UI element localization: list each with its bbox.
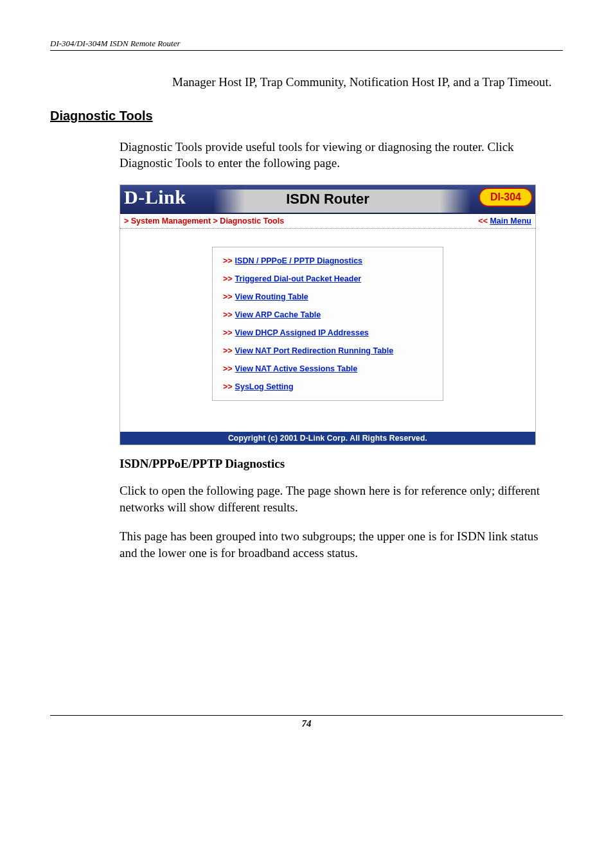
running-header: DI-304/DI-304M ISDN Remote Router: [50, 39, 563, 50]
breadcrumb: > System Management > Diagnostic Tools: [124, 217, 284, 226]
menu-item-arp-cache[interactable]: >>View ARP Cache Table: [223, 310, 432, 319]
page-number: 74: [50, 718, 563, 729]
subheading: ISDN/PPPoE/PPTP Diagnostics: [120, 457, 563, 471]
router-header: D-Link ISDN Router DI-304: [120, 185, 535, 214]
chevron-right-icon: >>: [223, 364, 233, 373]
menu-item-dhcp-addresses[interactable]: >>View DHCP Assigned IP Addresses: [223, 328, 432, 337]
menu-link[interactable]: View DHCP Assigned IP Addresses: [235, 328, 369, 337]
chevron-right-icon: >>: [223, 274, 233, 283]
body-paragraph-2: Click to open the following page. The pa…: [120, 483, 556, 515]
menu-link[interactable]: SysLog Setting: [235, 382, 294, 391]
router-title: ISDN Router: [120, 191, 535, 208]
menu-item-routing-table[interactable]: >>View Routing Table: [223, 292, 432, 301]
chevron-right-icon: >>: [223, 328, 233, 337]
menu-item-isdn-diagnostics[interactable]: >>ISDN / PPPoE / PPTP Diagnostics: [223, 256, 432, 265]
menu-link[interactable]: View Routing Table: [235, 292, 308, 301]
menu-link[interactable]: View ARP Cache Table: [235, 310, 321, 319]
section-heading: Diagnostic Tools: [50, 109, 563, 123]
main-menu-link-wrap[interactable]: << Main Menu: [478, 217, 531, 226]
chevron-right-icon: >>: [223, 382, 233, 391]
menu-item-triggered-dialout[interactable]: >>Triggered Dial-out Packet Header: [223, 274, 432, 283]
menu-link[interactable]: View NAT Active Sessions Table: [235, 364, 358, 373]
router-body: >>ISDN / PPPoE / PPTP Diagnostics >>Trig…: [120, 229, 535, 432]
main-menu-chevron: <<: [478, 217, 490, 226]
header-rule: [50, 50, 563, 51]
menu-link[interactable]: ISDN / PPPoE / PPTP Diagnostics: [235, 256, 362, 265]
router-footer: Copyright (c) 2001 D-Link Corp. All Righ…: [120, 432, 535, 445]
menu-item-nat-sessions[interactable]: >>View NAT Active Sessions Table: [223, 364, 432, 373]
body-paragraph-3: This page has been grouped into two subg…: [120, 528, 556, 561]
chevron-right-icon: >>: [223, 292, 233, 301]
intro-tail-paragraph: Manager Host IP, Trap Community, Notific…: [172, 74, 556, 91]
body-paragraph-1: Diagnostic Tools provide useful tools fo…: [120, 139, 556, 172]
main-menu-link[interactable]: Main Menu: [490, 217, 531, 226]
model-badge: DI-304: [479, 188, 533, 207]
router-ui-screenshot: D-Link ISDN Router DI-304 > System Manag…: [120, 184, 536, 445]
menu-item-syslog[interactable]: >>SysLog Setting: [223, 382, 432, 391]
chevron-right-icon: >>: [223, 310, 233, 319]
breadcrumb-bar: > System Management > Diagnostic Tools <…: [120, 214, 535, 229]
diagnostic-menu-box: >>ISDN / PPPoE / PPTP Diagnostics >>Trig…: [212, 247, 443, 401]
document-page: DI-304/DI-304M ISDN Remote Router Manage…: [0, 0, 613, 755]
chevron-right-icon: >>: [223, 346, 233, 355]
chevron-right-icon: >>: [223, 256, 233, 265]
footer-rule: [50, 715, 563, 716]
menu-link[interactable]: Triggered Dial-out Packet Header: [235, 274, 362, 283]
menu-item-nat-redirection[interactable]: >>View NAT Port Redirection Running Tabl…: [223, 346, 432, 355]
menu-link[interactable]: View NAT Port Redirection Running Table: [235, 346, 394, 355]
